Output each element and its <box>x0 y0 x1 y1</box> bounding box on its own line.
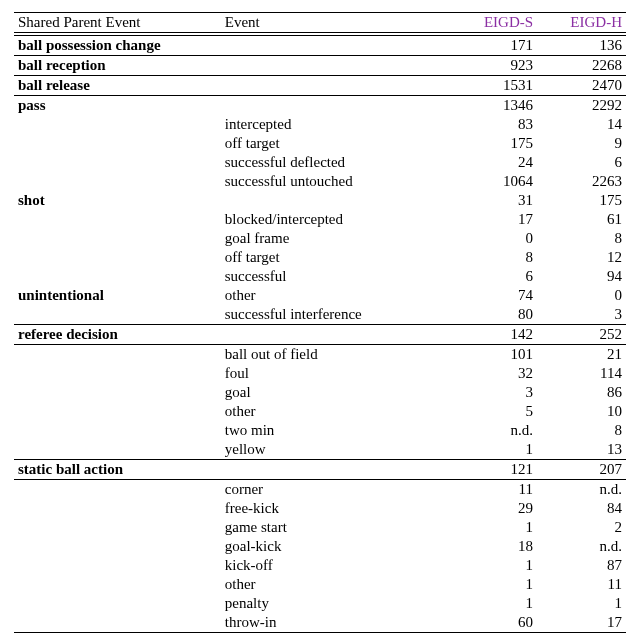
cell-eigd-s: 923 <box>448 56 537 76</box>
cell-parent <box>14 172 221 191</box>
table-row: other510 <box>14 402 626 421</box>
cell-parent: pass <box>14 96 221 116</box>
cell-eigd-s: 60 <box>448 613 537 633</box>
cell-parent <box>14 134 221 153</box>
cell-parent <box>14 575 221 594</box>
table-row: ball reception9232268 <box>14 56 626 76</box>
cell-eigd-s: n.d. <box>448 421 537 440</box>
table-row: successful interference803 <box>14 305 626 325</box>
cell-eigd-h: 252 <box>537 325 626 345</box>
table-row: intercepted8314 <box>14 115 626 134</box>
cell-event: kick-off <box>221 556 448 575</box>
cell-event: off target <box>221 134 448 153</box>
cell-parent <box>14 210 221 229</box>
cell-eigd-s: 0 <box>448 229 537 248</box>
cell-event: throw-in <box>221 613 448 633</box>
cell-eigd-h: 17 <box>537 613 626 633</box>
cell-eigd-s: 32 <box>448 364 537 383</box>
cell-eigd-s: 24 <box>448 153 537 172</box>
cell-eigd-h: 12 <box>537 248 626 267</box>
cell-event <box>221 96 448 116</box>
cell-eigd-s: 6 <box>448 267 537 286</box>
cell-eigd-h: 1 <box>537 594 626 613</box>
cell-eigd-s: 11 <box>448 480 537 500</box>
cell-event <box>221 76 448 96</box>
table-row: other111 <box>14 575 626 594</box>
col-eigd-h: EIGD-H <box>537 13 626 33</box>
cell-eigd-s: 1 <box>448 440 537 460</box>
cell-eigd-s: 31 <box>448 191 537 210</box>
cell-event: foul <box>221 364 448 383</box>
cell-eigd-h: 10 <box>537 402 626 421</box>
cell-event: corner <box>221 480 448 500</box>
cell-parent <box>14 345 221 365</box>
cell-event: intercepted <box>221 115 448 134</box>
cell-eigd-s: 8 <box>448 248 537 267</box>
cell-eigd-h: 0 <box>537 286 626 305</box>
table-row: two minn.d.8 <box>14 421 626 440</box>
cell-event: blocked/intercepted <box>221 210 448 229</box>
cell-event <box>221 36 448 56</box>
cell-parent <box>14 305 221 325</box>
cell-eigd-h: 11 <box>537 575 626 594</box>
cell-event: successful interference <box>221 305 448 325</box>
table-row: pass13462292 <box>14 96 626 116</box>
cell-eigd-s: 83 <box>448 115 537 134</box>
cell-eigd-h: 175 <box>537 191 626 210</box>
cell-eigd-s: 17 <box>448 210 537 229</box>
cell-event <box>221 191 448 210</box>
cell-eigd-h: 8 <box>537 229 626 248</box>
event-count-table: Shared Parent Event Event EIGD-S EIGD-H … <box>14 12 626 633</box>
table-row: off target812 <box>14 248 626 267</box>
cell-eigd-h: 9 <box>537 134 626 153</box>
table-row: penalty11 <box>14 594 626 613</box>
cell-eigd-s: 1 <box>448 518 537 537</box>
cell-event <box>221 460 448 480</box>
cell-eigd-h: 136 <box>537 36 626 56</box>
cell-eigd-h: n.d. <box>537 480 626 500</box>
cell-parent <box>14 229 221 248</box>
cell-eigd-s: 74 <box>448 286 537 305</box>
cell-eigd-s: 1064 <box>448 172 537 191</box>
table-row: unintentionalother740 <box>14 286 626 305</box>
cell-event: goal frame <box>221 229 448 248</box>
cell-parent <box>14 364 221 383</box>
cell-eigd-s: 29 <box>448 499 537 518</box>
cell-eigd-h: 13 <box>537 440 626 460</box>
cell-event: yellow <box>221 440 448 460</box>
table-row: free-kick2984 <box>14 499 626 518</box>
cell-eigd-h: 84 <box>537 499 626 518</box>
cell-eigd-s: 121 <box>448 460 537 480</box>
table-row: game start12 <box>14 518 626 537</box>
cell-eigd-h: 2292 <box>537 96 626 116</box>
table-row: static ball action121207 <box>14 460 626 480</box>
cell-event: off target <box>221 248 448 267</box>
cell-eigd-s: 1 <box>448 556 537 575</box>
cell-parent <box>14 499 221 518</box>
cell-parent <box>14 267 221 286</box>
cell-event: successful deflected <box>221 153 448 172</box>
cell-event: goal-kick <box>221 537 448 556</box>
cell-event: successful <box>221 267 448 286</box>
table-row: ball possession change171136 <box>14 36 626 56</box>
col-eigd-s: EIGD-S <box>448 13 537 33</box>
cell-eigd-s: 1 <box>448 594 537 613</box>
cell-eigd-h: 2 <box>537 518 626 537</box>
cell-eigd-h: 114 <box>537 364 626 383</box>
cell-event: other <box>221 402 448 421</box>
table-row: off target1759 <box>14 134 626 153</box>
cell-parent <box>14 518 221 537</box>
cell-eigd-s: 142 <box>448 325 537 345</box>
cell-parent <box>14 613 221 633</box>
cell-eigd-h: 3 <box>537 305 626 325</box>
cell-parent <box>14 383 221 402</box>
cell-eigd-h: 2268 <box>537 56 626 76</box>
cell-parent <box>14 440 221 460</box>
cell-eigd-s: 1346 <box>448 96 537 116</box>
cell-eigd-s: 101 <box>448 345 537 365</box>
table-row: foul32114 <box>14 364 626 383</box>
cell-eigd-s: 80 <box>448 305 537 325</box>
table-row: ball out of field10121 <box>14 345 626 365</box>
cell-parent <box>14 115 221 134</box>
table-header-row: Shared Parent Event Event EIGD-S EIGD-H <box>14 13 626 33</box>
